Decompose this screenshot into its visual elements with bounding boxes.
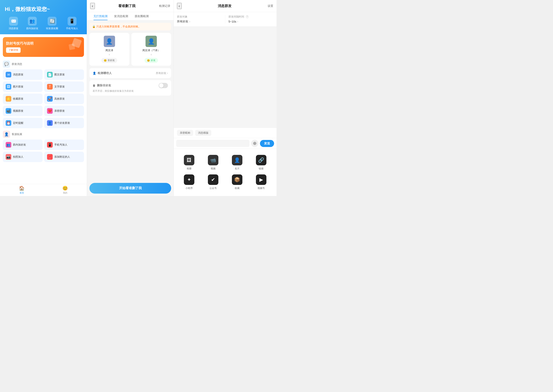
media-item-album[interactable]: 🖼 相册 [177,153,201,172]
grid-item-phone-add[interactable]: 📱 手机号加人 [44,140,84,150]
grid-item-text-broadcast[interactable]: T 文字群发 [44,81,84,92]
start-detect-button[interactable]: 开始看谁删了我 [89,183,171,194]
video-channel-icon: ▶ [256,175,266,185]
delete-desc: 若不开启，则仅修改好友备注为非好友 [93,89,168,93]
nav-profile[interactable]: 😊 我的 [43,184,87,196]
toggle-knob [159,83,164,88]
right-back-button[interactable]: ‹ [177,3,182,9]
video-icon: 📹 [208,155,218,165]
broadcast-target-label: 群发对象 [177,15,222,19]
broadcast-target-value: 所有好友 [177,19,222,24]
group1-section: 💬 群发消息 [0,60,87,69]
banner-decoration [67,40,81,54]
header-icon-add-friend[interactable]: 👥 群内加好友 [26,17,38,30]
nearby-add-icon: 📍 [47,154,53,160]
right-header: ‹ 消息群发 设置 [174,0,276,12]
grid-item-image-broadcast[interactable]: 🖼 图片群发 [3,81,43,92]
nav-home[interactable]: 🏠 首页 [0,184,43,196]
broadcast-interval-label: 群发间隔时间 ? [229,15,273,19]
header-icon-phone[interactable]: 📱 手机号加人 [66,17,78,30]
message-template-btn[interactable]: 消息模版 [195,130,211,136]
interval-help-icon: ? [246,15,249,18]
media-item-video-channel[interactable]: ▶ 视频号 [249,172,273,192]
left-header: Hi，微粉猫欢迎您~ ✉️ 消息群发 👥 群内加好友 🔄 转发朋友圈 📱 手机号… [0,0,87,34]
favorites-broadcast-icon: ⭐ [6,96,11,102]
banner-title: 防封号技巧与说明 [6,41,34,46]
broadcast-settings: 群发对象 所有好友 群发间隔时间 ? 5~10s [174,12,276,27]
tab-message-detect[interactable]: 发消息检测 [111,12,131,20]
profile-icon: 😊 [62,186,68,191]
group2-label: 客源拓展 [12,133,22,136]
tabs-bar: 无打扰检测 发消息检测 朋友圈检测 [87,12,173,20]
add-content-button[interactable]: ⊕ [251,140,258,147]
grid-item-nearby-add[interactable]: 📍 添加附近的人 [44,152,84,162]
group1-section-icon: 💬 [3,61,10,68]
header-icon-broadcast[interactable]: ✉️ 消息群发 [9,17,18,30]
media-item-miniapp[interactable]: ✦ 小程序 [177,172,201,192]
panel-middle: ‹ 看谁删了我 检测记录 无打扰检测 发消息检测 朋友圈检测 🔒 只进入转账界面… [87,0,173,196]
add-friend-icon: 👥 [28,17,37,26]
user-card-1: 👤 周京泽（**泽） ¥ 😊 好友 [131,33,171,66]
grid-item-photo-add[interactable]: 📷 拍照加人 [3,152,43,162]
scheduled-icon: ⏰ [6,120,11,126]
media-item-link[interactable]: 🔗 链接 [249,153,273,172]
header-icon-forward[interactable]: 🔄 转发朋友圈 [46,17,58,30]
banner-learn-btn[interactable]: 了解详情 [6,47,21,53]
grid-item-intimate-broadcast[interactable]: ❤️ 亲密群发 [44,106,84,116]
banner[interactable]: 防封号技巧与说明 了解详情 [3,37,84,57]
grid-item-video-broadcast[interactable]: 📹 视频群发 [3,106,43,116]
compose-input[interactable] [176,140,250,147]
grid-item-individual-broadcast[interactable]: 👤 逐个好友群发 [44,118,84,128]
grid-section-2: 👥 群内加好友 📱 手机号加人 📷 拍照加人 📍 添加附近的人 [0,140,87,164]
delete-toggle[interactable] [159,83,168,88]
grid-item-broadcast[interactable]: ✉ 消息群发 [3,69,43,80]
video-broadcast-icon: 📹 [6,108,11,114]
settings-link[interactable]: 设置 [268,4,273,8]
middle-title: 看谁删了我 [118,4,136,8]
album-icon: 🖼 [184,155,194,165]
detect-left: 👤 检测哪些人 [93,71,112,75]
grid-item-group-add[interactable]: 👥 群内加好友 [3,140,43,150]
delete-row: 🗑 删除非好友 若不开启，则仅修改好友备注为非好友 [89,80,171,96]
middle-back-button[interactable]: ‹ [90,3,95,9]
broadcast-target-col[interactable]: 群发对象 所有好友 [177,15,225,24]
send-button[interactable]: 发送 [260,140,274,147]
grid-item-scheduled[interactable]: ⏰ 定时提醒 [3,118,43,128]
phone-icon: 📱 [68,17,77,26]
plus-icon: ⊕ [253,141,257,146]
user-avatar-0: 👤 [104,36,115,47]
user-cards: 👤 周京泽 ¥ 😕 非好友 👤 周京泽（**泽） ¥ 😊 好友 [89,33,171,66]
efficient-broadcast-icon: 🚀 [47,96,53,102]
tab-moments-detect[interactable]: 朋友圈检测 [131,12,152,20]
user-name-1: 周京泽（**泽） [142,49,160,52]
media-item-card[interactable]: 👤 名片 [225,153,249,172]
graphic-broadcast-icon: 📄 [47,72,53,77]
media-item-video[interactable]: 📹 视频 [201,153,225,172]
right-title: 消息群发 [218,4,231,8]
media-grid: 🖼 相册 📹 视频 👤 名片 🔗 链接 ✦ 小程序 ✔ 公众号 [174,149,276,196]
box-decor-2 [69,43,75,50]
user-amount-0: ¥ [109,53,110,56]
detect-row[interactable]: 👤 检测哪些人 所有好友 [89,68,171,78]
broadcast-icon: ✉️ [9,17,18,26]
tab-no-disturb[interactable]: 无打扰检测 [90,12,111,20]
group1-label: 群发消息 [12,62,22,66]
middle-header-link[interactable]: 检测记录 [159,4,170,8]
grid-item-favorites-broadcast[interactable]: ⭐ 收藏群发 [3,94,43,104]
grid-item-efficient-broadcast[interactable]: 🚀 高效群发 [44,94,84,104]
user-card-0: 👤 周京泽 ¥ 😕 非好友 [89,33,129,66]
greeting: Hi，微粉猫欢迎您~ [5,6,82,13]
broadcast-target-chevron [189,19,190,24]
favorites-icon: 📦 [232,175,242,185]
banner-content: 防封号技巧与说明 了解详情 [6,41,34,53]
media-item-favorites[interactable]: 📦 收藏 [225,172,249,192]
broadcast-interval-col[interactable]: 群发间隔时间 ? 5~10s [225,15,273,24]
quick-btns: 亲密昵称 消息模版 [174,128,276,138]
individual-broadcast-icon: 👤 [47,120,53,126]
intimate-nickname-btn[interactable]: 亲密昵称 [177,130,193,136]
grid-item-graphic-broadcast[interactable]: 📄 图文群发 [44,69,84,80]
card-icon: 👤 [232,155,242,165]
text-broadcast-icon: T [47,84,53,90]
media-item-official-account[interactable]: ✔ 公众号 [201,172,225,192]
miniapp-icon: ✦ [184,175,194,185]
